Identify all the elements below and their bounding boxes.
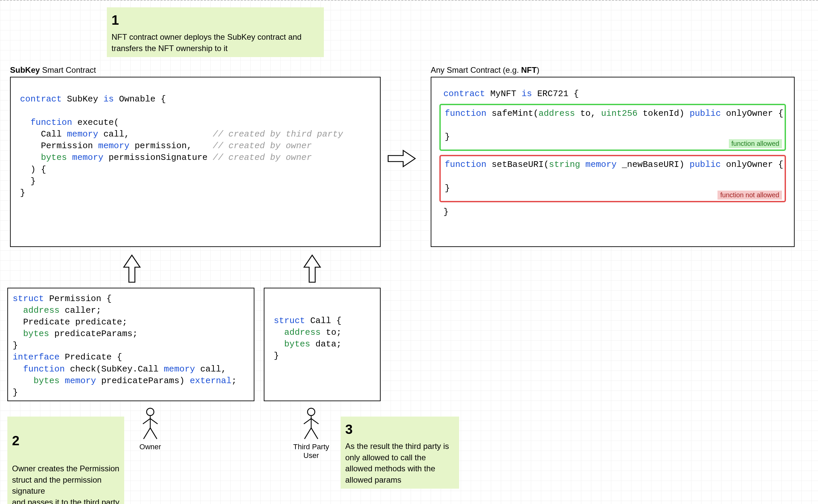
actor-owner-label: Owner: [140, 443, 161, 451]
svg-line-2: [143, 419, 150, 424]
arrow-right-icon: [387, 147, 417, 170]
permission-code-box: struct Permission { address caller; Pred…: [7, 288, 254, 401]
person-icon: [140, 407, 160, 441]
subkey-bold: SubKey: [10, 65, 40, 74]
arrow-up-thirdparty-icon: [300, 254, 324, 284]
subkey-contract-label: SubKey Smart Contract: [10, 65, 96, 75]
note-1-text: NFT contract owner deploys the SubKey co…: [112, 32, 301, 53]
nft-pre: Any Smart Contract (e.g.: [431, 65, 521, 74]
subkey-rest: Smart Contract: [40, 65, 96, 74]
actor-third-label: Third Party User: [293, 443, 329, 460]
call-code-box: struct Call { address to; bytes data; }: [264, 288, 381, 401]
safemint-code: function safeMint(address to, uint256 to…: [445, 108, 781, 143]
nft-header: contract MyNFT is ERC721 {: [437, 88, 788, 100]
actor-owner: Owner: [127, 407, 174, 451]
call-code: struct Call { address to; bytes data; }: [274, 315, 371, 362]
svg-point-6: [308, 408, 315, 416]
note-2-number: 2: [12, 431, 120, 450]
nft-contract-label: Any Smart Contract (e.g. NFT): [431, 65, 539, 75]
svg-line-10: [304, 428, 311, 439]
note-1-number: 1: [112, 11, 319, 29]
person-icon: [301, 407, 321, 441]
note-3-number: 3: [345, 420, 454, 439]
note-3: 3 As the result the third party is only …: [341, 417, 459, 489]
tag-allowed: function allowed: [729, 139, 782, 148]
svg-line-11: [311, 428, 318, 439]
nft-post: ): [537, 65, 539, 74]
nft-code-box: contract MyNFT is ERC721 { function safe…: [431, 77, 795, 247]
nft-close: }: [437, 206, 788, 218]
arrow-up-owner-icon: [120, 254, 144, 284]
tag-not-allowed: function not allowed: [718, 191, 782, 200]
svg-line-9: [311, 419, 319, 424]
nft-bold: NFT: [521, 65, 537, 74]
subkey-code-box: contract SubKey is Ownable { function ex…: [10, 77, 381, 247]
permission-code: struct Permission { address caller; Pred…: [13, 293, 249, 399]
note-2: 2 Owner creates the Permission struct an…: [7, 417, 124, 504]
svg-line-3: [150, 419, 158, 424]
svg-line-4: [144, 428, 150, 439]
svg-point-0: [147, 408, 154, 416]
note-1: 1 NFT contract owner deploys the SubKey …: [107, 7, 324, 57]
actor-third-party: Third Party User: [288, 407, 335, 460]
note-2-text: Owner creates the Permission struct and …: [12, 464, 120, 504]
svg-line-8: [304, 419, 311, 424]
canvas-top-border: [0, 0, 818, 1]
function-allowed-box: function safeMint(address to, uint256 to…: [439, 104, 786, 151]
function-not-allowed-box: function setBaseURI(string memory _newBa…: [439, 155, 786, 202]
svg-line-5: [150, 428, 157, 439]
note-3-text: As the result the third party is only al…: [345, 442, 449, 484]
subkey-code: contract SubKey is Ownable { function ex…: [20, 93, 371, 199]
setbaseuri-code: function setBaseURI(string memory _newBa…: [445, 159, 781, 194]
